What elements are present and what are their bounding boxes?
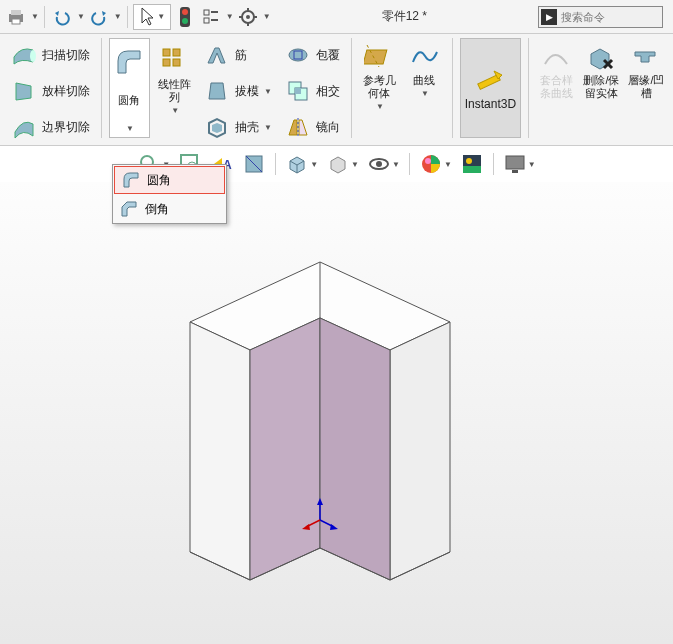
boundary-cut-button[interactable]: 边界切除 [10,112,90,142]
svg-rect-6 [204,10,209,15]
svg-rect-25 [295,88,301,94]
svg-rect-18 [173,49,180,56]
print-button[interactable] [4,5,28,29]
scene-icon [460,152,484,176]
sphere-color-icon [419,152,443,176]
svg-rect-46 [506,156,524,169]
separator [275,153,276,175]
section-view-button[interactable] [240,150,268,178]
delete-keep-body-button[interactable]: 删除/保 留实体 [581,38,622,138]
svg-rect-19 [163,59,170,66]
command-search[interactable]: ▶ [538,6,663,28]
dropdown-arrow[interactable]: ▼ [77,12,85,21]
dropdown-arrow[interactable]: ▼ [31,12,39,21]
cut-features-group: 扫描切除 放样切除 边界切除 [6,38,94,144]
display-style-button[interactable]: ▼ [324,150,361,178]
svg-rect-2 [12,19,20,24]
curves-icon [409,42,439,72]
fit-spline-button: 套合样 条曲线 [536,38,577,138]
svg-point-11 [246,15,250,19]
chamfer-icon [120,200,138,218]
draft-button[interactable]: 拔模 ▼ [203,76,272,106]
separator [452,38,453,138]
shell-icon [205,115,229,139]
scene-button[interactable] [458,150,486,178]
3d-model [160,222,480,622]
wrap-icon [286,43,310,67]
svg-point-5 [182,18,188,24]
rib-draft-shell-group: 筋 拔模 ▼ 抽壳 ▼ [199,38,276,144]
reference-geometry-button[interactable]: 参考几 何体 ▼ [359,38,400,138]
intersect-button[interactable]: 相交 [284,76,340,106]
svg-rect-20 [173,59,180,66]
dropdown-arrow[interactable]: ▼ [226,12,234,21]
select-button[interactable]: ▼ [133,4,171,30]
section-icon [242,152,266,176]
document-title: 零件12 * [273,8,536,25]
fit-spline-icon [541,42,571,72]
hide-show-button[interactable]: ▼ [365,150,402,178]
shell-button[interactable]: 抽壳 ▼ [203,112,272,142]
chamfer-menu-item[interactable]: 倒角 [113,195,226,223]
svg-rect-1 [11,10,21,15]
separator [528,38,529,138]
linear-pattern-button[interactable]: 线性阵 列 ▼ [154,38,195,138]
separator [44,6,45,28]
dropdown-arrow[interactable]: ▼ [114,12,122,21]
gear-icon [239,8,257,26]
svg-point-40 [376,161,382,167]
wrap-intersect-mirror-group: 包覆 相交 镜向 [280,38,344,144]
swept-cut-icon [11,42,37,68]
fillet-menu-item[interactable]: 圆角 [114,166,225,194]
options-list-button[interactable] [199,5,223,29]
quick-access-toolbar: ▼ ▼ ▼ ▼ ▼ ▼ 零件12 * ▶ [0,0,673,34]
redo-button[interactable] [87,5,111,29]
wrap-button[interactable]: 包覆 [284,40,340,70]
svg-rect-47 [512,170,518,173]
redo-icon [90,8,108,26]
render-button[interactable]: ▼ [501,150,538,178]
svg-point-44 [466,158,472,164]
svg-point-42 [425,158,431,164]
graphics-viewport[interactable] [0,182,673,644]
rib-button[interactable]: 筋 [203,40,272,70]
swept-cut-button[interactable]: 扫描切除 [10,40,90,70]
undo-button[interactable] [50,5,74,29]
fillet-dropdown-menu: 圆角 倒角 [112,164,227,224]
fillet-icon [122,171,140,189]
cursor-icon [138,6,156,28]
view-toolbar: ▼ A ▼ ▼ ▼ ▼ ▼ [0,146,673,182]
appearance-button[interactable]: ▼ [417,150,454,178]
command-prompt-icon: ▶ [541,9,557,25]
cube-icon [285,152,309,176]
draft-icon [205,79,229,103]
boundary-cut-icon [11,114,37,140]
delete-body-icon [586,42,616,72]
instant3d-button[interactable]: Instant3D [460,38,521,138]
view-orientation-button[interactable]: ▼ [283,150,320,178]
list-check-icon [202,8,220,26]
fillet-icon [114,47,144,77]
traffic-light-button[interactable] [173,5,197,29]
rib-icon [205,43,229,67]
dropdown-arrow[interactable]: ▼ [171,106,179,115]
lofted-cut-button[interactable]: 放样切除 [10,76,90,106]
curves-button[interactable]: 曲线 ▼ [404,38,445,138]
dropdown-arrow[interactable]: ▼ [126,124,134,133]
linear-pattern-icon [160,46,190,76]
separator [101,38,102,138]
reference-geometry-icon [364,42,394,72]
mirror-button[interactable]: 镜向 [284,112,340,142]
instant3d-icon [474,65,506,97]
dropdown-arrow[interactable]: ▼ [263,12,271,21]
svg-rect-7 [204,18,209,23]
lip-groove-button[interactable]: 層缘/凹 槽 [626,38,667,138]
fillet-button[interactable]: 圆角 ▼ [109,38,150,138]
traffic-light-icon [178,6,192,28]
settings-button[interactable] [236,5,260,29]
svg-point-16 [30,50,36,62]
separator [127,6,128,28]
print-icon [7,8,25,26]
separator [493,153,494,175]
search-input[interactable] [561,11,651,23]
